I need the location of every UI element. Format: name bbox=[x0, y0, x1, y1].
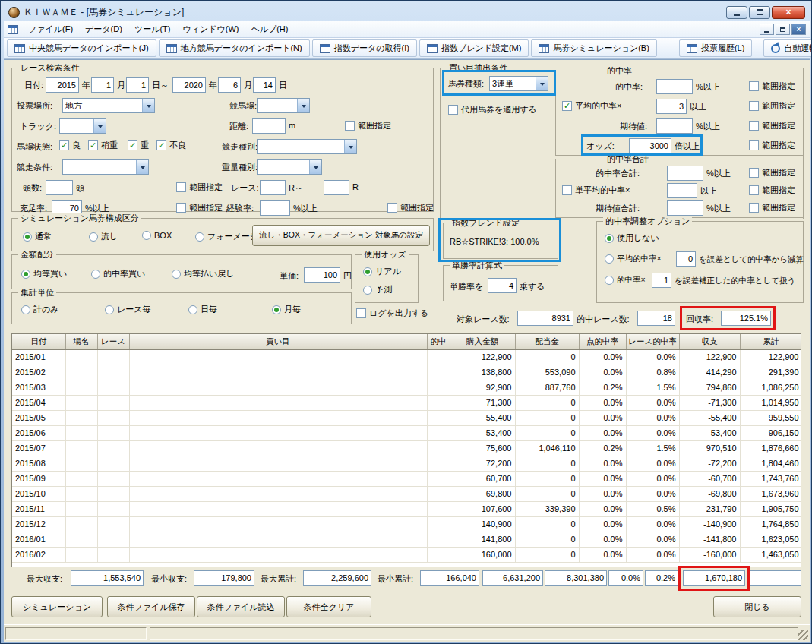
table-row[interactable]: 2015/11107,600339,3900.0%0.5%231,7901,90… bbox=[12, 501, 801, 516]
toolbar-index-fetch-button[interactable]: 指数データの取得(I) bbox=[312, 39, 417, 57]
load-conditions-button[interactable]: 条件ファイル読込 bbox=[197, 596, 285, 617]
heads-input[interactable] bbox=[46, 180, 73, 195]
radio-adjust-subtract[interactable]: 平均的中率× bbox=[605, 254, 662, 264]
col-header-purchase[interactable]: 購入金額 bbox=[450, 334, 515, 349]
col-header-payout[interactable]: 配当金 bbox=[515, 334, 579, 349]
mdi-minimize-button[interactable] bbox=[760, 24, 774, 35]
radio-hit-rate-buy[interactable]: 的中率買い bbox=[91, 268, 145, 279]
date-day-from-input[interactable]: 1 bbox=[126, 77, 149, 93]
table-row[interactable]: 2015/0653,40000.0%0.0%-53,400906,150 bbox=[12, 425, 801, 440]
date-month-from-input[interactable]: 1 bbox=[91, 77, 114, 93]
odds-input[interactable]: 3000 bbox=[629, 138, 671, 153]
table-row[interactable]: 2015/0775,6001,046,1100.2%1.5%970,5101,8… bbox=[12, 440, 801, 456]
expect-total-input[interactable] bbox=[667, 200, 703, 216]
col-header-date[interactable]: 日付 bbox=[12, 334, 65, 349]
radio-per-race[interactable]: レース毎 bbox=[105, 304, 151, 315]
mdi-restore-button[interactable] bbox=[776, 24, 790, 35]
radio-nagashi[interactable]: 流し bbox=[89, 231, 118, 242]
menu-window[interactable]: ウィンドウ(W) bbox=[177, 21, 244, 37]
toolbar-auto-run-button[interactable]: 自動運転(A) bbox=[763, 39, 812, 57]
avg-hit-rate-checkbox[interactable]: 平均的中率× bbox=[562, 100, 621, 112]
table-row[interactable]: 2015/0392,900887,7600.2%1.5%794,8601,086… bbox=[12, 380, 801, 395]
toolbar-index-blend-button[interactable]: 指数ブレンド設定(M) bbox=[419, 39, 529, 57]
race-cond-select[interactable] bbox=[62, 159, 149, 175]
radio-normal[interactable]: 通常 bbox=[23, 231, 52, 242]
close-dialog-button[interactable]: 閉じる bbox=[713, 596, 801, 617]
date-year-to-input[interactable]: 2020 bbox=[172, 77, 206, 93]
condition-good-checkbox[interactable]: 良 bbox=[59, 140, 81, 151]
single-avg-checkbox[interactable]: 単平均的中率× bbox=[562, 185, 630, 196]
table-row[interactable]: 2015/0471,30000.0%0.0%-71,3001,014,950 bbox=[12, 395, 801, 410]
table-row[interactable]: 2015/0872,20000.0%0.0%-72,2001,804,460 bbox=[12, 456, 801, 471]
table-row[interactable]: 2015/02138,800553,0900.0%0.8%414,290291,… bbox=[12, 365, 801, 380]
toolbar-vote-history-button[interactable]: 投票履歴(L) bbox=[679, 39, 752, 57]
table-row[interactable]: 2015/0960,70000.0%0.0%-60,7001,743,760 bbox=[12, 471, 801, 486]
target-horse-settings-button[interactable]: 流し・BOX・フォーメーション 対象馬の設定 bbox=[252, 225, 430, 246]
exp-rate-input[interactable] bbox=[260, 200, 290, 216]
substitute-ticket-checkbox[interactable]: 代用馬券を適用する bbox=[448, 104, 537, 115]
win-rate-power-input[interactable]: 4 bbox=[488, 278, 517, 293]
table-row[interactable]: 2015/01122,90000.0%0.0%-122,900-122,900 bbox=[12, 349, 801, 365]
avg-hit-rate-input[interactable]: 3 bbox=[656, 99, 687, 114]
date-month-to-input[interactable]: 6 bbox=[218, 77, 241, 93]
col-header-point-rate[interactable]: 点的中率 bbox=[579, 334, 626, 349]
menu-tools[interactable]: ツール(T) bbox=[129, 21, 176, 37]
course-select[interactable] bbox=[257, 98, 310, 113]
exp-range-checkbox[interactable]: 範囲指定 bbox=[387, 202, 434, 213]
adjust-correct-input[interactable]: 1 bbox=[652, 273, 671, 288]
clear-conditions-button[interactable]: 条件全クリア bbox=[286, 596, 371, 617]
hit-total-input[interactable] bbox=[667, 166, 703, 181]
race-from-input[interactable] bbox=[260, 180, 286, 195]
col-header-cumulative[interactable]: 累計 bbox=[740, 334, 801, 349]
mdi-close-button[interactable]: × bbox=[791, 24, 806, 35]
expect-input[interactable] bbox=[656, 118, 693, 134]
radio-adjust-correct[interactable]: 的中率× bbox=[605, 275, 646, 286]
race-to-input[interactable] bbox=[324, 180, 349, 195]
radio-monthly[interactable]: 月毎 bbox=[272, 304, 301, 315]
menu-file[interactable]: ファイル(F) bbox=[23, 21, 78, 37]
hit-total-range-checkbox[interactable]: 範囲指定 bbox=[749, 167, 795, 178]
toolbar-import-central-button[interactable]: 中央競馬データのインポート(J) bbox=[7, 39, 156, 57]
radio-box[interactable]: BOX bbox=[142, 231, 172, 240]
condition-bad-checkbox[interactable]: 不良 bbox=[156, 140, 186, 151]
col-header-hit[interactable]: 的中 bbox=[427, 334, 450, 349]
toolbar-simulation-button[interactable]: 馬券シミュレーション(B) bbox=[531, 39, 656, 57]
radio-forecast-odds[interactable]: 予測 bbox=[363, 284, 392, 295]
race-type-select[interactable] bbox=[257, 139, 357, 154]
fill-range-checkbox[interactable]: 範囲指定 bbox=[176, 202, 223, 213]
avg-range-checkbox[interactable]: 範囲指定 bbox=[749, 100, 795, 112]
place-select[interactable]: 地方 bbox=[62, 98, 155, 113]
col-header-venue[interactable]: 場名 bbox=[65, 334, 97, 349]
condition-slightly-heavy-checkbox[interactable]: 稍重 bbox=[88, 140, 118, 151]
track-select[interactable] bbox=[59, 118, 106, 134]
radio-daily[interactable]: 日毎 bbox=[188, 304, 217, 315]
distance-range-checkbox[interactable]: 範囲指定 bbox=[345, 120, 391, 131]
radio-adjust-none[interactable]: 使用しない bbox=[605, 232, 659, 244]
heads-range-checkbox[interactable]: 範囲指定 bbox=[176, 182, 223, 193]
expect-total-range-checkbox[interactable]: 範囲指定 bbox=[749, 202, 795, 213]
date-year-from-input[interactable]: 2015 bbox=[46, 77, 79, 93]
col-header-bet[interactable]: 買い目 bbox=[129, 334, 427, 349]
col-header-race-rate[interactable]: レース的中率 bbox=[626, 334, 679, 349]
radio-total-only[interactable]: 計のみ bbox=[21, 304, 59, 315]
radio-equal-payout[interactable]: 均等払い戻し bbox=[172, 268, 235, 279]
table-row[interactable]: 2015/1069,80000.0%0.0%-69,8001,673,960 bbox=[12, 486, 801, 501]
table-row[interactable]: 2015/0555,40000.0%0.0%-55,400959,550 bbox=[12, 410, 801, 425]
save-conditions-button[interactable]: 条件ファイル保存 bbox=[107, 596, 195, 617]
table-row[interactable]: 2015/12140,90000.0%0.0%-140,9001,764,850 bbox=[12, 516, 801, 532]
menu-help[interactable]: ヘルプ(H) bbox=[245, 21, 293, 37]
date-day-to-input[interactable]: 14 bbox=[253, 77, 276, 93]
odds-range-checkbox[interactable]: 範囲指定 bbox=[749, 140, 795, 151]
single-avg-input[interactable] bbox=[667, 183, 697, 198]
simulation-button[interactable]: シミュレーション bbox=[11, 596, 103, 617]
col-header-balance[interactable]: 収支 bbox=[679, 334, 740, 349]
unit-price-input[interactable]: 100 bbox=[304, 267, 340, 283]
radio-equal-buy[interactable]: 均等買い bbox=[21, 268, 67, 279]
single-avg-range-checkbox[interactable]: 範囲指定 bbox=[749, 185, 795, 196]
table-row[interactable]: 2016/02160,00000.0%0.0%-160,0001,463,050 bbox=[12, 547, 801, 562]
condition-heavy-checkbox[interactable]: 重 bbox=[128, 140, 149, 151]
expect-range-checkbox[interactable]: 範囲指定 bbox=[749, 120, 795, 131]
log-output-checkbox[interactable]: ログを出力する bbox=[356, 308, 428, 319]
hit-range-checkbox[interactable]: 範囲指定 bbox=[749, 80, 795, 92]
col-header-race[interactable]: レース bbox=[97, 334, 129, 349]
